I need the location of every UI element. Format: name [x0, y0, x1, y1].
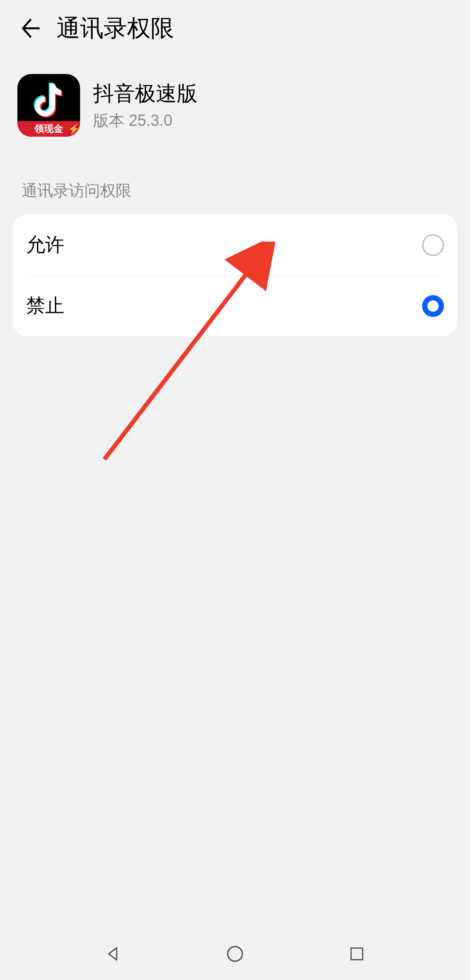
- option-allow[interactable]: 允许: [13, 215, 457, 275]
- square-recent-icon: [349, 946, 365, 962]
- page-title: 通讯录权限: [57, 13, 174, 44]
- header-bar: 通讯录权限: [0, 0, 470, 57]
- circle-home-icon: [226, 945, 244, 963]
- svg-point-1: [228, 946, 242, 961]
- nav-recent-button[interactable]: [346, 943, 368, 965]
- douyin-note-icon: [17, 79, 80, 121]
- app-name: 抖音极速版: [93, 80, 198, 108]
- radio-unselected-icon: [422, 234, 444, 256]
- section-label: 通讯录访问权限: [0, 163, 470, 210]
- app-icon: 领现金 ⚡: [17, 74, 80, 137]
- option-deny-label: 禁止: [26, 293, 64, 319]
- radio-selected-icon: [422, 295, 444, 317]
- triangle-back-icon: [104, 945, 122, 963]
- back-button[interactable]: [17, 15, 44, 41]
- nav-home-button[interactable]: [224, 943, 246, 965]
- svg-rect-2: [351, 948, 363, 960]
- bolt-icon: ⚡: [68, 124, 77, 136]
- app-info-section: 领现金 ⚡ 抖音极速版 版本 25.3.0: [0, 65, 470, 154]
- option-allow-label: 允许: [26, 232, 64, 258]
- app-details: 抖音极速版 版本 25.3.0: [93, 80, 198, 131]
- navigation-bar: [0, 928, 470, 980]
- permission-options-card: 允许 禁止: [13, 215, 457, 336]
- option-deny[interactable]: 禁止: [13, 276, 457, 336]
- nav-back-button[interactable]: [102, 943, 124, 965]
- app-version: 版本 25.3.0: [93, 110, 198, 131]
- back-arrow-icon: [19, 17, 42, 40]
